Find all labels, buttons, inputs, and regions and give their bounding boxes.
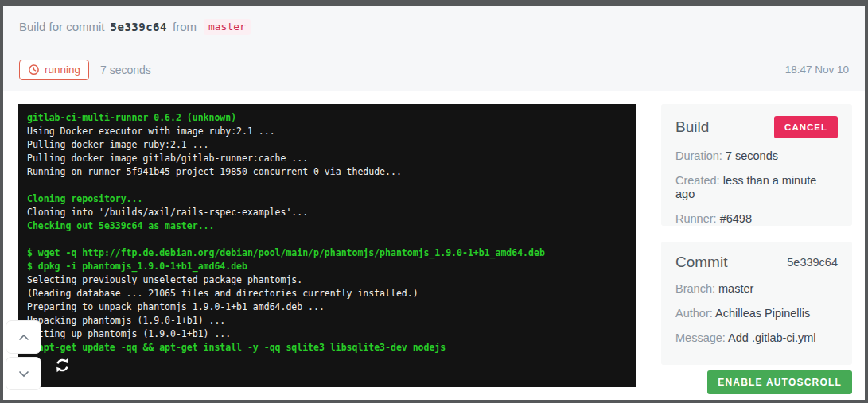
commit-panel-header: Commit 5e339c64 bbox=[675, 254, 838, 271]
terminal-line: (Reading database ... 21065 files and di… bbox=[27, 287, 627, 300]
cancel-button[interactable]: CANCEL bbox=[774, 116, 838, 138]
status-duration: 7 seconds bbox=[100, 64, 151, 76]
build-page: Build for commit 5e339c64 from master ru… bbox=[0, 0, 868, 403]
status-label: running bbox=[45, 64, 80, 76]
build-panel-header: Build CANCEL bbox=[675, 116, 838, 138]
terminal-line: Cloning repository... bbox=[27, 192, 627, 206]
terminal-line: $ dpkg -i phantomjs_1.9.0-1+b1_amd64.deb bbox=[27, 260, 627, 273]
terminal-line: Preparing to unpack phantomjs_1.9.0-1+b1… bbox=[27, 300, 627, 314]
commit-panel-title: Commit bbox=[675, 254, 727, 271]
main-content: gitlab-ci-multi-runner 0.6.2 (unknown)Us… bbox=[3, 91, 865, 400]
terminal-log: gitlab-ci-multi-runner 0.6.2 (unknown)Us… bbox=[27, 111, 627, 355]
build-panel-title: Build bbox=[675, 118, 709, 136]
terminal-line: Checking out 5e339c64 as master... bbox=[27, 219, 627, 233]
status-bar: running 7 seconds 18:47 Nov 10 bbox=[3, 48, 865, 91]
terminal-line: Pulling docker image ruby:2.1 ... bbox=[27, 138, 627, 152]
status-badge: running bbox=[19, 60, 89, 80]
build-log-terminal: gitlab-ci-multi-runner 0.6.2 (unknown)Us… bbox=[18, 104, 636, 387]
info-row: Branch: master bbox=[675, 282, 838, 296]
clock-icon bbox=[28, 64, 40, 76]
scroll-up-button[interactable] bbox=[6, 320, 41, 354]
terminal-line bbox=[27, 179, 627, 192]
terminal-line bbox=[27, 233, 627, 246]
info-row: Message: Add .gitlab-ci.yml bbox=[675, 331, 838, 345]
terminal-line: gitlab-ci-multi-runner 0.6.2 (unknown) bbox=[27, 111, 627, 125]
terminal-line: Selecting previously unselected package … bbox=[27, 273, 627, 287]
status-timestamp: 18:47 Nov 10 bbox=[785, 64, 849, 76]
terminal-line: Cloning into '/builds/axil/rails-rspec-e… bbox=[27, 206, 627, 219]
info-row: Author: Achilleas Pipinellis bbox=[675, 307, 838, 320]
terminal-line: Using Docker executor with image ruby:2.… bbox=[27, 125, 627, 138]
info-row: Duration: 7 seconds bbox=[675, 149, 838, 163]
build-title-prefix: Build for commit bbox=[19, 20, 105, 33]
commit-panel: Commit 5e339c64 Branch: masterAuthor: Ac… bbox=[661, 242, 852, 365]
commit-sha: 5e339c64 bbox=[111, 21, 167, 33]
terminal-line: $ wget -q http://ftp.de.debian.org/debia… bbox=[27, 246, 627, 260]
refresh-icon bbox=[54, 357, 71, 374]
terminal-line: Running on runner-5f941b45-project-19850… bbox=[27, 165, 627, 179]
terminal-line: Pulling docker image gitlab/gitlab-runne… bbox=[27, 152, 627, 165]
scroll-down-button[interactable] bbox=[6, 357, 41, 390]
build-panel-rows: Duration: 7 secondsCreated: less than a … bbox=[675, 149, 838, 226]
commit-panel-rows: Branch: masterAuthor: Achilleas Pipinell… bbox=[675, 282, 838, 345]
info-row: Runner: #6498 bbox=[675, 212, 838, 226]
terminal-line: $ apt-get update -qq && apt-get install … bbox=[27, 341, 627, 355]
build-panel: Build CANCEL Duration: 7 secondsCreated:… bbox=[661, 104, 852, 226]
info-row: Created: less than a minute ago bbox=[675, 174, 838, 201]
chevron-up-icon bbox=[18, 334, 29, 341]
build-header: Build for commit 5e339c64 from master bbox=[3, 6, 865, 48]
chevron-down-icon bbox=[18, 370, 29, 378]
terminal-line: Setting up phantomjs (1.9.0-1+b1) ... bbox=[27, 327, 627, 341]
enable-autoscroll-button[interactable]: ENABLE AUTOSCROLL bbox=[707, 370, 852, 394]
commit-sha-link[interactable]: 5e339c64 bbox=[787, 256, 838, 269]
terminal-line: Unpacking phantomjs (1.9.0-1+b1) ... bbox=[27, 314, 627, 327]
branch-link[interactable]: master bbox=[204, 19, 251, 35]
from-label: from bbox=[173, 20, 197, 33]
